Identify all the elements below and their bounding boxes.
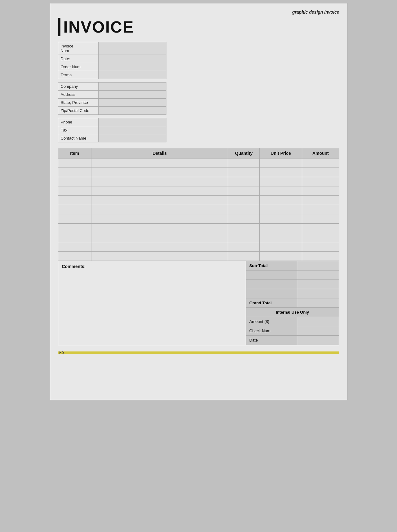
internal-date-value[interactable] bbox=[297, 336, 339, 345]
address-label: Address bbox=[58, 91, 99, 98]
comments-label: Comments: bbox=[62, 264, 242, 269]
comments-area: Comments: bbox=[58, 261, 246, 345]
invoice-page: graphic design invoice INVOICE InvoiceNu… bbox=[50, 3, 347, 400]
company-row: Company bbox=[58, 83, 166, 91]
contact-name-label: Contact Name bbox=[58, 134, 99, 142]
invoice-num-row: InvoiceNum bbox=[58, 42, 166, 55]
subtotal-row: Sub-Total bbox=[246, 261, 339, 270]
bottom-section: Comments: Sub-Total bbox=[58, 261, 339, 345]
table-row bbox=[58, 242, 339, 252]
table-row bbox=[58, 159, 339, 168]
terms-label: Terms bbox=[58, 71, 99, 79]
zip-value[interactable] bbox=[99, 107, 166, 114]
invoice-heading: INVOICE bbox=[58, 18, 339, 36]
terms-value[interactable] bbox=[99, 71, 166, 79]
table-row bbox=[58, 233, 339, 242]
order-num-value[interactable] bbox=[99, 63, 166, 71]
table-row bbox=[58, 224, 339, 233]
internal-check-label: Check Num bbox=[246, 326, 297, 336]
table-row bbox=[58, 196, 339, 205]
company-info-section: Company Address State, Province Zip/Post… bbox=[58, 82, 166, 115]
invoice-num-value[interactable] bbox=[99, 42, 166, 55]
col-header-amount: Amount bbox=[302, 148, 339, 159]
col-header-unit-price: Unit Price bbox=[259, 148, 302, 159]
table-row bbox=[58, 168, 339, 177]
internal-date-label: Date bbox=[246, 336, 297, 345]
date-row: Date: bbox=[58, 55, 166, 63]
internal-check-row: Check Num bbox=[246, 326, 339, 336]
items-table: Item Details Quantity Unit Price Amount bbox=[58, 148, 339, 261]
page-title: graphic design invoice bbox=[58, 10, 339, 15]
internal-check-value[interactable] bbox=[297, 326, 339, 336]
totals-area: Sub-Total bbox=[246, 261, 339, 345]
grand-total-value[interactable] bbox=[297, 298, 339, 308]
company-label: Company bbox=[58, 83, 99, 90]
fax-value[interactable] bbox=[99, 126, 166, 134]
contact-name-value[interactable] bbox=[99, 134, 166, 142]
phone-label: Phone bbox=[58, 118, 99, 126]
phone-row: Phone bbox=[58, 118, 166, 126]
zip-row: Zip/Postal Code bbox=[58, 107, 166, 114]
internal-date-row: Date bbox=[246, 336, 339, 345]
phone-value[interactable] bbox=[99, 118, 166, 126]
state-row: State, Province bbox=[58, 99, 166, 107]
grand-total-label: Grand Total bbox=[246, 298, 297, 308]
totals-extra-row-3 bbox=[246, 289, 339, 298]
company-value[interactable] bbox=[99, 83, 166, 90]
state-value[interactable] bbox=[99, 99, 166, 106]
internal-amount-label: Amount ($) bbox=[246, 317, 297, 326]
internal-use-label: Internal Use Only bbox=[246, 308, 339, 317]
totals-extra-row-2 bbox=[246, 280, 339, 289]
col-header-item: Item bbox=[58, 148, 91, 159]
invoice-info-section: InvoiceNum Date: Order Num Terms bbox=[58, 42, 166, 79]
table-row bbox=[58, 252, 339, 261]
terms-row: Terms bbox=[58, 71, 166, 79]
invoice-num-label: InvoiceNum bbox=[58, 42, 99, 55]
subtotal-label: Sub-Total bbox=[246, 261, 297, 270]
footer-text: HD bbox=[60, 351, 64, 355]
address-value[interactable] bbox=[99, 91, 166, 98]
table-row bbox=[58, 214, 339, 224]
order-num-label: Order Num bbox=[58, 63, 99, 71]
internal-use-header-row: Internal Use Only bbox=[246, 308, 339, 317]
footer-bar: HD bbox=[58, 351, 339, 354]
col-header-quantity: Quantity bbox=[228, 148, 259, 159]
totals-extra-row-1 bbox=[246, 270, 339, 280]
contact-info-section: Phone Fax Contact Name bbox=[58, 118, 166, 142]
fax-row: Fax bbox=[58, 126, 166, 134]
totals-table: Sub-Total bbox=[246, 261, 339, 345]
contact-name-row: Contact Name bbox=[58, 134, 166, 142]
table-row bbox=[58, 177, 339, 186]
grand-total-row: Grand Total bbox=[246, 298, 339, 308]
col-header-details: Details bbox=[91, 148, 228, 159]
fax-label: Fax bbox=[58, 126, 99, 134]
internal-amount-row: Amount ($) bbox=[246, 317, 339, 326]
table-row bbox=[58, 205, 339, 214]
table-row bbox=[58, 186, 339, 196]
address-row: Address bbox=[58, 91, 166, 99]
order-num-row: Order Num bbox=[58, 63, 166, 71]
subtotal-value[interactable] bbox=[297, 261, 339, 270]
table-header-row: Item Details Quantity Unit Price Amount bbox=[58, 148, 339, 159]
date-label: Date: bbox=[58, 55, 99, 63]
zip-label: Zip/Postal Code bbox=[58, 107, 99, 114]
internal-amount-value[interactable] bbox=[297, 317, 339, 326]
state-label: State, Province bbox=[58, 99, 99, 106]
date-value[interactable] bbox=[99, 55, 166, 63]
